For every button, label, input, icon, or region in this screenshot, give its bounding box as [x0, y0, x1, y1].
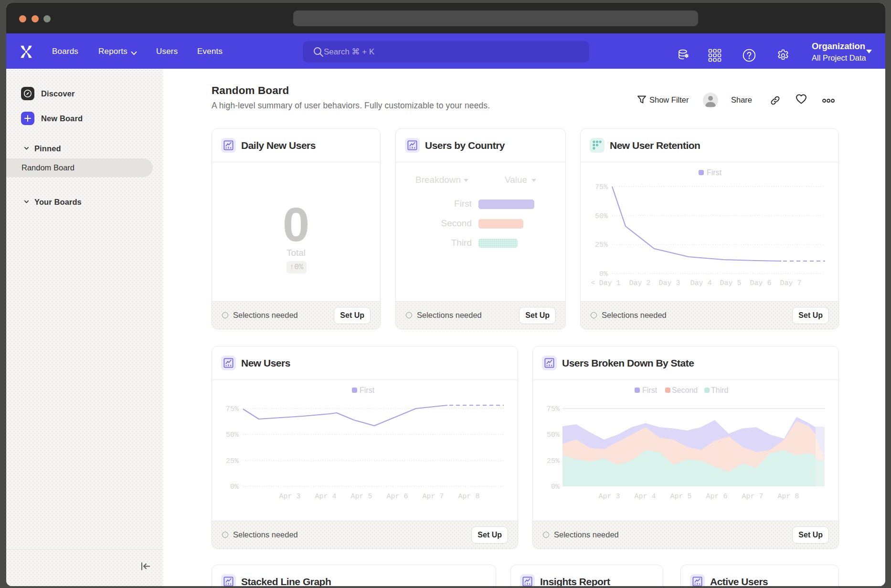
- svg-text:First: First: [707, 168, 722, 177]
- svg-text:Day 7: Day 7: [780, 279, 801, 287]
- svg-text:Day 2: Day 2: [629, 279, 650, 287]
- svg-text:25%: 25%: [595, 241, 608, 249]
- svg-text:0%: 0%: [551, 483, 560, 491]
- svg-text:75%: 75%: [226, 405, 239, 413]
- svg-text:50%: 50%: [547, 431, 560, 439]
- svg-text:75%: 75%: [547, 405, 560, 413]
- svg-text:50%: 50%: [595, 212, 608, 220]
- svg-text:Apr 6: Apr 6: [386, 493, 408, 501]
- svg-text:25%: 25%: [547, 457, 560, 465]
- svg-text:Day 1: Day 1: [599, 279, 620, 287]
- svg-text:Apr 5: Apr 5: [350, 493, 372, 501]
- svg-text:0%: 0%: [230, 483, 239, 491]
- svg-text:50%: 50%: [226, 431, 239, 439]
- svg-text:Day 4: Day 4: [690, 279, 711, 287]
- svg-text:Apr 6: Apr 6: [706, 493, 727, 501]
- svg-text:Day 3: Day 3: [658, 279, 680, 287]
- svg-text:Apr 4: Apr 4: [634, 493, 656, 501]
- svg-text:First: First: [642, 386, 658, 394]
- svg-text:Apr 8: Apr 8: [777, 493, 799, 501]
- svg-text:0%: 0%: [599, 270, 608, 278]
- svg-text:Apr 7: Apr 7: [422, 493, 444, 501]
- svg-text:Apr 7: Apr 7: [742, 493, 763, 501]
- svg-text:<: <: [591, 279, 595, 287]
- svg-text:Apr 3: Apr 3: [598, 493, 620, 501]
- svg-text:Third: Third: [711, 386, 728, 394]
- svg-text:Apr 4: Apr 4: [315, 493, 336, 501]
- svg-text:Apr 3: Apr 3: [279, 493, 300, 501]
- svg-text:Day 6: Day 6: [750, 279, 771, 287]
- svg-text:Second: Second: [672, 386, 698, 394]
- svg-text:Day 5: Day 5: [720, 279, 741, 287]
- svg-text:75%: 75%: [595, 183, 608, 191]
- svg-text:25%: 25%: [226, 457, 239, 465]
- svg-text:Apr 8: Apr 8: [458, 493, 479, 501]
- svg-text:First: First: [360, 386, 375, 394]
- svg-text:Apr 5: Apr 5: [670, 493, 691, 501]
